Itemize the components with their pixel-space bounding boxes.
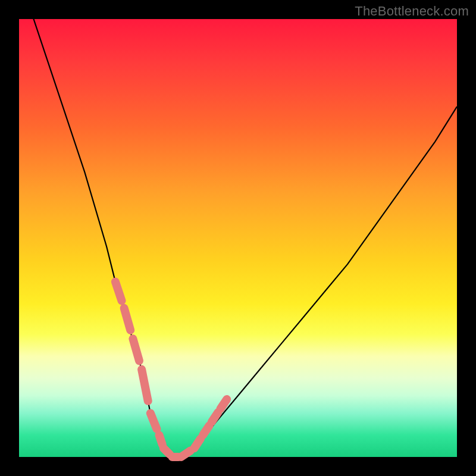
marker-segment [142,369,148,401]
marker-segment [124,308,131,330]
marker-segment [212,412,218,422]
plot-area [19,19,457,457]
marker-segment [194,439,201,448]
marker-segment [151,413,157,429]
marker-band [115,282,227,457]
marker-segment [181,450,190,457]
marker-segment [159,435,162,444]
marker-segment [133,339,139,361]
marker-segment [164,448,170,455]
curve-layer [19,19,457,457]
chart-frame: TheBottleneck.com [0,0,476,476]
marker-segment [221,399,227,409]
bottleneck-curve [19,0,457,457]
watermark-text: TheBottleneck.com [355,4,469,19]
marker-segment [115,282,122,301]
marker-segment [203,425,209,435]
